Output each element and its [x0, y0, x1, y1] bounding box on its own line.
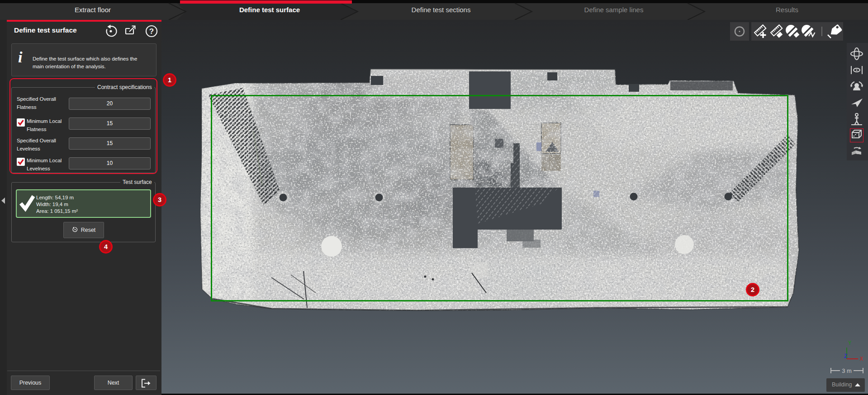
svg-text:X: X [860, 356, 863, 362]
svg-text:3 m: 3 m [842, 367, 852, 374]
svg-text:Z: Z [844, 353, 847, 360]
svg-text:?: ? [149, 27, 154, 36]
svg-text:Y: Y [848, 340, 851, 347]
